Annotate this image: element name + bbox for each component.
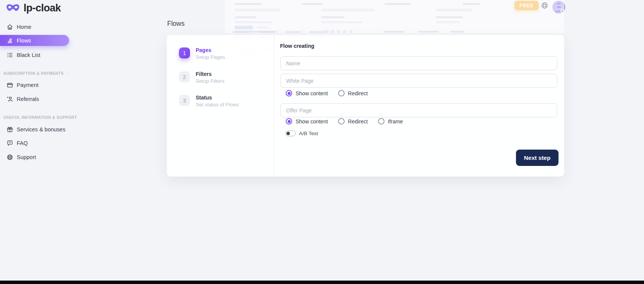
step-number: 2 [179,71,190,82]
radio-label: Redirect [348,90,368,96]
modal-title: Flow creating [280,43,314,49]
radio-icon [338,118,345,125]
bottom-bar [0,281,644,284]
white-page-radio-group: Show content Redirect [286,90,368,96]
radio-icon [338,90,345,96]
step-filters[interactable]: 2 Filters Setup Filters [179,71,225,84]
step-title: Status [196,95,239,101]
radio-icon [378,118,385,125]
app-window: lp-cloak Home Flows [0,0,644,284]
next-step-button[interactable]: Next step [516,150,559,166]
white-page-input[interactable] [280,74,557,88]
offer-page-radio-group: Show content Redirect Iframe [286,118,403,125]
divider [274,35,274,177]
step-subtitle: Setup Filters [196,78,225,84]
radio-show-content[interactable]: Show content [286,118,328,125]
radio-label: Show content [296,90,328,96]
ghost-filter-panel [225,0,564,33]
radio-icon [286,90,292,96]
ab-test-row: A/B Test [285,131,318,136]
radio-label: Iframe [388,118,403,125]
ab-test-toggle[interactable] [285,131,296,136]
radio-redirect[interactable]: Redirect [338,118,368,125]
step-title: Pages [196,47,225,53]
radio-label: Show content [296,118,328,125]
name-input[interactable] [280,56,557,70]
flow-creating-modal: 1 Pages Setup Pages 2 Filters Setup Filt… [167,35,564,177]
step-pages[interactable]: 1 Pages Setup Pages [179,47,225,60]
step-title: Filters [196,71,225,77]
step-subtitle: Setup Pages [196,54,225,60]
step-subtitle: Set status of Flows [196,102,239,107]
radio-label: Redirect [348,118,368,125]
radio-show-content[interactable]: Show content [286,90,328,96]
radio-icon [286,118,292,125]
ab-test-label: A/B Test [299,131,318,136]
step-number: 3 [179,95,190,106]
step-number: 1 [179,47,190,58]
offer-page-input[interactable] [280,103,557,117]
radio-iframe[interactable]: Iframe [378,118,403,125]
step-status[interactable]: 3 Status Set status of Flows [179,95,239,107]
radio-redirect[interactable]: Redirect [338,90,368,96]
